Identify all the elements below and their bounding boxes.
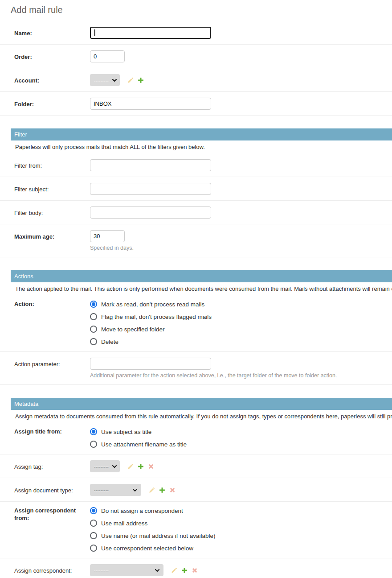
action-parameter-input[interactable] [90, 358, 211, 370]
add-document-type-icon[interactable] [159, 487, 165, 493]
title-from-radio-attachment[interactable] [90, 441, 97, 448]
form-row-filter-subject: Filter subject: [0, 177, 392, 201]
chevron-down-icon [133, 489, 137, 491]
radio-option-label: Delete [101, 339, 118, 345]
form-row-action-parameter: Action parameter: Additional parameter f… [0, 352, 392, 385]
radio-option-label: Mark as read, don't process read mails [101, 301, 204, 308]
radio-option: Use name (or mail address if not availab… [90, 529, 392, 542]
name-label: Name: [14, 27, 90, 37]
assign-correspondent-from-label: Assign correspondent from: [14, 504, 90, 522]
radio-option: Use attachment filename as title [90, 438, 392, 450]
filter-body-input[interactable] [90, 206, 211, 219]
filter-from-input[interactable] [90, 159, 211, 171]
correspondent-from-radio-none[interactable] [90, 507, 97, 514]
radio-option: Use correspondent selected below [90, 542, 392, 554]
assign-title-from-label: Assign title from: [14, 425, 90, 435]
correspondent-from-radio-name[interactable] [90, 532, 97, 539]
radio-option-label: Use mail address [101, 520, 147, 527]
form-row-folder: Folder: [0, 92, 392, 116]
form-row-maximum-age: Maximum age: Specified in days. [0, 224, 392, 257]
assign-correspondent-select-value: --------- [94, 568, 109, 573]
actions-section-heading: Actions [11, 270, 392, 282]
title-from-radio-subject[interactable] [90, 428, 97, 435]
form-row-assign-tag: Assign tag: --------- [0, 454, 392, 478]
metadata-section-heading: Metadata [11, 398, 392, 410]
module-general: Name: Order: Account: --------- [0, 21, 392, 116]
add-tag-icon[interactable] [138, 463, 144, 470]
add-account-icon[interactable] [138, 77, 144, 83]
correspondent-from-radio-mail-address[interactable] [90, 520, 97, 527]
radio-option: Move to specified folder [90, 323, 392, 335]
chevron-down-icon [155, 569, 159, 572]
module-metadata: Metadata Assign metadata to documents co… [0, 398, 392, 578]
maximum-age-input[interactable] [90, 230, 125, 242]
maximum-age-help: Specified in days. [90, 245, 392, 252]
edit-document-type-icon[interactable] [149, 487, 155, 493]
folder-input[interactable] [90, 98, 211, 110]
radio-option-label: Use name (or mail address if not availab… [101, 533, 216, 539]
add-mail-rule-form: Name: Order: Account: --------- [0, 21, 392, 578]
edit-correspondent-icon[interactable] [171, 567, 177, 574]
radio-option: Flag the mail, don't process flagged mai… [90, 310, 392, 323]
filter-body-label: Filter body: [14, 206, 90, 217]
edit-tag-icon[interactable] [127, 463, 134, 470]
delete-correspondent-icon[interactable] [192, 567, 198, 574]
form-row-order: Order: [0, 45, 392, 68]
action-radio-move-folder[interactable] [90, 326, 97, 333]
form-row-account: Account: --------- [0, 68, 392, 92]
account-label: Account: [14, 74, 90, 84]
radio-option-label: Use correspondent selected below [101, 545, 193, 552]
assign-tag-select-value: --------- [94, 464, 109, 469]
assign-correspondent-select[interactable]: --------- [90, 564, 163, 576]
page-title: Add mail rule [0, 0, 392, 15]
filter-from-label: Filter from: [14, 159, 90, 169]
filter-subject-label: Filter subject: [14, 183, 90, 193]
edit-account-icon[interactable] [127, 77, 134, 83]
assign-tag-label: Assign tag: [14, 460, 90, 471]
action-parameter-label: Action parameter: [14, 358, 90, 368]
filter-section-heading: Filter [11, 128, 392, 140]
module-filter: Filter Paperless will only process mails… [0, 128, 392, 257]
assign-document-type-select-value: --------- [94, 487, 109, 493]
form-row-filter-body: Filter body: [0, 201, 392, 224]
folder-label: Folder: [14, 98, 90, 108]
filter-section-help: Paperless will only process mails that m… [15, 144, 392, 151]
account-select[interactable]: --------- [90, 74, 120, 86]
form-row-assign-correspondent: Assign correspondent: --------- [0, 558, 392, 578]
form-row-assign-title-from: Assign title from: Use subject as title … [0, 423, 392, 454]
action-label: Action: [14, 298, 90, 308]
filter-subject-input[interactable] [90, 183, 211, 195]
correspondent-from-radio-selected-below[interactable] [90, 545, 97, 552]
module-actions: Actions The action applied to the mail. … [0, 270, 392, 385]
radio-option-label: Flag the mail, don't process flagged mai… [101, 314, 212, 320]
add-correspondent-icon[interactable] [181, 567, 188, 574]
assign-correspondent-from-radio-group: Do not assign a correspondent Use mail a… [90, 504, 392, 554]
action-radio-delete[interactable] [90, 338, 97, 345]
assign-correspondent-label: Assign correspondent: [14, 564, 90, 574]
order-label: Order: [14, 50, 90, 61]
radio-option-label: Use attachment filename as title [101, 441, 187, 448]
chevron-down-icon [112, 79, 117, 82]
metadata-section-help: Assign metadata to documents consumed fr… [15, 413, 392, 420]
action-radio-mark-as-read[interactable] [90, 301, 97, 308]
radio-option: Use subject as title [90, 425, 392, 438]
name-input[interactable] [90, 27, 211, 39]
assign-document-type-select[interactable]: --------- [90, 484, 141, 496]
action-radio-group: Mark as read, don't process read mails F… [90, 298, 392, 348]
action-parameter-help: Additional parameter for the action sele… [90, 372, 392, 379]
radio-option: Use mail address [90, 517, 392, 529]
radio-option: Delete [90, 335, 392, 348]
assign-document-type-label: Assign document type: [14, 484, 90, 494]
form-row-name: Name: [0, 21, 392, 45]
assign-tag-select[interactable]: --------- [90, 460, 120, 472]
delete-document-type-icon[interactable] [169, 487, 176, 493]
radio-option: Mark as read, don't process read mails [90, 298, 392, 310]
radio-option-label: Do not assign a correspondent [101, 508, 183, 514]
order-input[interactable] [90, 50, 125, 62]
delete-tag-icon[interactable] [148, 463, 154, 470]
actions-section-help: The action applied to the mail. This act… [15, 285, 392, 293]
account-select-value: --------- [94, 78, 109, 83]
assign-title-from-radio-group: Use subject as title Use attachment file… [90, 425, 392, 450]
form-row-filter-from: Filter from: [0, 153, 392, 177]
action-radio-flag-mail[interactable] [90, 313, 97, 320]
